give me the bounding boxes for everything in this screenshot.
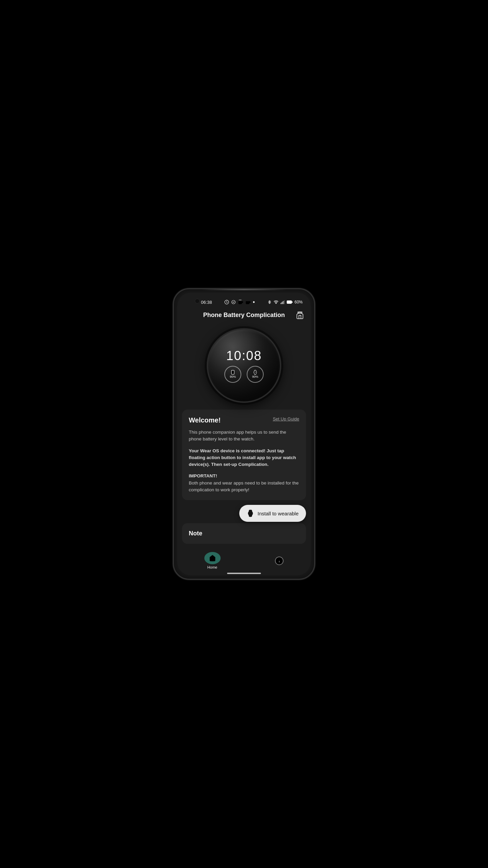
wifi-icon xyxy=(273,300,279,304)
battery-percent: 60% xyxy=(294,300,303,304)
home-label: Home xyxy=(207,565,217,569)
note-title: Note xyxy=(189,530,202,537)
svg-rect-13 xyxy=(287,301,290,303)
wearable-icon xyxy=(247,510,254,517)
svg-rect-10 xyxy=(284,300,285,304)
nav-home[interactable]: Home xyxy=(204,552,221,569)
app-header: Phone Battery Complication xyxy=(177,309,311,323)
install-to-wearable-button[interactable]: Install to wearable xyxy=(239,505,306,522)
card-header-row: Welcome! Set Up Guide xyxy=(189,416,299,424)
bottom-nav: Home xyxy=(177,549,311,571)
status-time: 06:38 xyxy=(201,300,212,305)
svg-rect-14 xyxy=(231,370,234,374)
clock-icon xyxy=(224,300,229,304)
svg-rect-12 xyxy=(292,301,292,303)
watch-wrapper: 10:08 90% xyxy=(207,328,281,403)
nav-info[interactable] xyxy=(274,556,284,566)
fab-container: Install to wearable xyxy=(182,505,306,522)
watch-container: 10:08 90% xyxy=(177,323,311,410)
vibrate-icon xyxy=(267,300,272,304)
screen: 06:38 60% Phone xyxy=(177,293,311,575)
setup-guide-link[interactable]: Set Up Guide xyxy=(273,416,299,421)
store-icon xyxy=(296,311,304,319)
watch-time: 10:08 xyxy=(226,349,262,363)
check-icon xyxy=(231,300,236,304)
signal-icon xyxy=(280,300,285,304)
note-card: Note xyxy=(182,523,306,544)
watch-face: 10:08 90% xyxy=(207,328,281,403)
svg-point-5 xyxy=(253,301,255,303)
complication-phone-value: 90% xyxy=(230,375,236,378)
watch-battery-icon xyxy=(253,370,258,375)
scroll-area[interactable]: Welcome! Set Up Guide This phone compani… xyxy=(177,410,311,549)
svg-rect-7 xyxy=(281,303,281,304)
cup2-icon xyxy=(245,299,251,305)
complication-phone: 90% xyxy=(224,366,241,383)
welcome-paragraph1: This phone companion app helps us to sen… xyxy=(189,429,299,443)
dot-icon xyxy=(253,301,255,303)
welcome-card: Welcome! Set Up Guide This phone compani… xyxy=(182,410,306,500)
home-icon xyxy=(209,554,216,562)
phone-battery-icon xyxy=(230,370,235,375)
store-button[interactable] xyxy=(296,311,304,321)
welcome-title: Welcome! xyxy=(189,416,221,424)
home-indicator xyxy=(227,573,261,574)
welcome-paragraph3: IMPORTANT! Both phone and wear apps need… xyxy=(189,473,299,493)
welcome-paragraph2: Your Wear OS device is connected! Just t… xyxy=(189,448,299,468)
coffee-icon xyxy=(238,299,243,305)
battery-icon xyxy=(287,300,293,304)
complication-watch: 90% xyxy=(247,366,264,383)
info-icon xyxy=(274,556,284,566)
status-right: 60% xyxy=(267,300,303,304)
nav-home-bg xyxy=(204,552,221,564)
important-label: IMPORTANT! xyxy=(189,473,299,479)
important-text: Both phone and wear apps need to be inst… xyxy=(189,480,299,492)
svg-rect-9 xyxy=(283,301,284,304)
complication-watch-value: 90% xyxy=(252,375,258,378)
camera-notch xyxy=(195,299,200,303)
phone-frame: 06:38 60% Phone xyxy=(173,288,315,580)
fab-label: Install to wearable xyxy=(258,511,299,516)
app-title: Phone Battery Complication xyxy=(203,312,285,319)
watch-complications: 90% 90% xyxy=(224,366,264,383)
status-left-icons xyxy=(224,299,255,305)
svg-rect-8 xyxy=(282,302,282,304)
